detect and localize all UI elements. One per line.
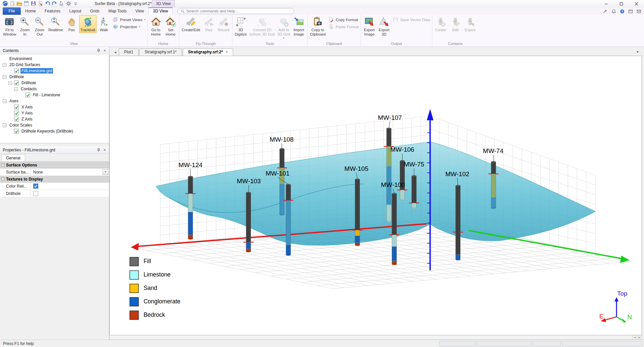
tree-collapse-icon[interactable]: – [3,123,6,127]
ribbon-tab-features[interactable]: Features [40,7,65,15]
tree-checkbox[interactable] [14,68,19,73]
fly-create-button[interactable]: Create/Edit [180,15,202,33]
document-tab-stratigraphy-srf-1-[interactable]: Stratigraphy.srf:1* [139,48,182,56]
ribbon-tab-grids[interactable]: Grids [86,7,104,15]
copy-clipboard-button[interactable]: Copy to Clipboard [309,15,327,37]
export-image-button[interactable]: Export Image [362,15,377,37]
tree-item-label[interactable]: X Axis [20,104,34,110]
ribbon-display-icon[interactable] [628,9,633,14]
y-axis-arrow[interactable] [469,231,630,263]
set-home-button[interactable]: Set Home [163,15,178,37]
tree-item-fill-limestone[interactable]: Fill - Limestone [0,92,109,98]
trackball-button[interactable]: Trackball [79,15,97,33]
property-checkbox[interactable] [33,184,38,189]
scroll-right-icon[interactable]: ► [637,335,642,339]
pin-icon[interactable] [96,48,102,54]
surface-fill-limestone[interactable] [156,142,595,245]
property-value[interactable]: None▾ [31,168,109,176]
zoom-in-button[interactable]: Zoom In [17,15,32,37]
tree-item-label[interactable]: 2D Grid Surfaces [8,62,41,67]
tree-item-drillhole[interactable]: –Drillhole [0,80,109,86]
close-button[interactable] [629,0,644,7]
tree-checkbox[interactable] [25,93,30,97]
tree-collapse-icon[interactable]: – [3,75,6,79]
tree-item-axes[interactable]: –Axes [0,98,109,104]
tree-item-label[interactable]: Color Scales [8,122,33,128]
document-tab-label[interactable]: Stratigraphy.srf:1* [145,49,176,56]
ribbon-tab-map-tools[interactable]: Map Tools [104,7,131,15]
section-collapse-icon[interactable]: – [1,178,4,181]
dropdown-icon[interactable]: ▾ [103,169,108,175]
tree-item-label[interactable]: Z Axis [20,116,34,122]
walk-button[interactable]: Walk [97,15,111,33]
export-3d-button[interactable]: Export 3D [377,15,391,37]
pin-icon[interactable] [96,147,102,153]
document-tab-stratigraphy-srf-2-[interactable]: Stratigraphy.srf:2*× [183,48,233,56]
3d-viewport[interactable]: MW-124MW-103MW-108MW-101MW-105MW-107MW-1… [109,56,642,335]
property-section-surface-options[interactable]: –Surface Options [0,162,109,168]
scroll-left-icon[interactable]: ◄ [632,335,637,339]
property-value[interactable] [31,190,109,197]
minimize-button[interactable] [599,0,614,7]
fly-play-button[interactable]: Play [202,15,216,33]
save-icon[interactable] [30,1,36,7]
help-icon[interactable]: ? [620,9,625,14]
copy-format-menu-item[interactable]: Copy Format [328,17,359,22]
tree-item-label[interactable]: Axes [8,98,19,104]
ribbon-tab-layout[interactable]: Layout [65,7,86,15]
tree-collapse-icon[interactable]: – [14,87,18,91]
tree-collapse-icon[interactable]: – [3,63,6,67]
tree-item-label[interactable]: Contacts [20,86,38,92]
tree-checkbox[interactable] [14,129,19,134]
ribbon-tab-home[interactable]: Home [21,7,40,15]
select-pointer-icon[interactable] [58,1,64,7]
paste-format-menu-item[interactable]: Paste Format [328,24,359,30]
zoom-out-button[interactable]: Zoom Out [32,15,47,37]
tree-item-label[interactable]: Environment [8,56,33,61]
notifications-icon[interactable] [611,9,616,14]
tree-item-y-axis[interactable]: Y Axis [0,110,109,116]
redo-icon[interactable] [51,1,57,7]
tree-item-label[interactable]: Drillhole Keywords (Drillhole) [20,129,74,134]
horizontal-scrollbar[interactable]: ◄ ► [109,335,642,340]
property-value-text[interactable]: None [33,170,43,175]
panel-splitter[interactable] [0,143,109,146]
contextual-tab-header[interactable]: 3D View [152,0,175,7]
tree-item-label[interactable]: Y Axis [20,110,34,116]
tree-item-z-axis[interactable]: Z Axis [0,116,109,122]
close-panel-icon[interactable]: × [102,147,108,153]
share-icon[interactable] [603,9,608,14]
file-menu-button[interactable]: File [3,7,21,15]
import-image-button[interactable]: Import Image [291,15,306,37]
tree-collapse-icon[interactable]: – [8,81,12,85]
search-box[interactable] [177,8,294,14]
maximize-button[interactable] [614,0,629,7]
tree-item-drillhole-keywords-drillhole-[interactable]: Drillhole Keywords (Drillhole) [0,128,109,134]
mail-icon[interactable] [637,9,641,14]
tree-item-environment[interactable]: Environment [0,56,109,62]
close-panel-icon[interactable]: × [102,48,108,54]
tree-item-2d-grid-surfaces[interactable]: –2D Grid Surfaces [0,62,109,68]
tree-checkbox[interactable] [14,105,19,109]
contact-create-button[interactable]: Create [433,15,448,33]
orientation-triad[interactable]: TopEN [599,290,632,323]
save-vector-menu-item[interactable]: Save Vector Data [393,17,430,22]
document-tab-plot1[interactable]: Plot1 [119,48,139,56]
export-file-icon[interactable] [37,1,43,7]
document-tab-label[interactable]: Plot1 [124,49,133,56]
convert-2d-button[interactable]: Convert 2D to/from 3D Grid [248,15,276,37]
document-tab-label[interactable]: Stratigraphy.srf:2* [188,49,223,56]
tab-scroll-right-icon[interactable]: ► [635,48,641,55]
preset-views-menu-item[interactable]: Preset Views▾ [113,17,146,22]
fit-window-button[interactable]: Fit to Window [2,15,17,37]
open-file-icon[interactable] [16,1,22,7]
tree-item-drillhole[interactable]: –Drillhole [0,74,109,80]
tree-checkbox[interactable] [14,111,19,115]
go-home-button[interactable]: Go to Home [149,15,163,37]
ribbon-tab-3d-view[interactable]: 3D View [148,7,172,15]
property-value[interactable] [31,183,109,190]
section-collapse-icon[interactable]: – [1,163,4,166]
qat-dropdown-icon[interactable] [72,1,78,7]
ribbon-tab-view[interactable]: View [131,7,149,15]
tree-item-contacts[interactable]: –Contacts [0,86,109,92]
